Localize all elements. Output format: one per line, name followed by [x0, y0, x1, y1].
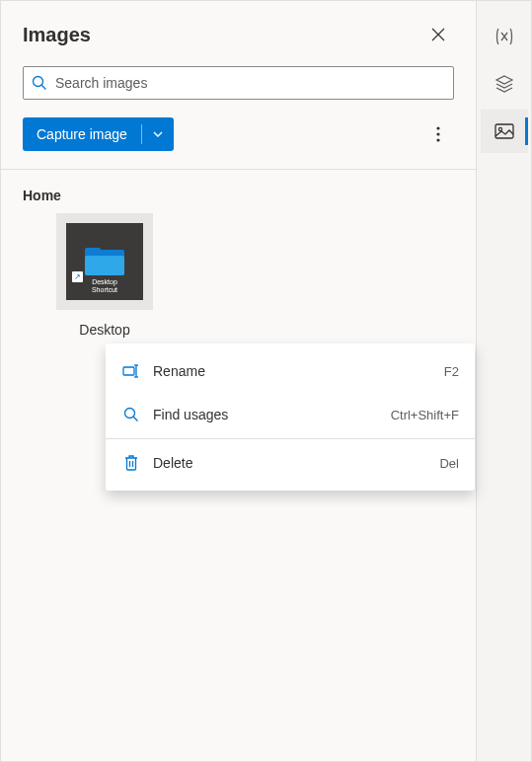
svg-line-1 [41, 85, 45, 89]
svg-point-4 [436, 138, 439, 141]
images-panel: Images Capture image Home [1, 1, 476, 761]
image-name: Desktop [79, 322, 129, 338]
capture-button-label: Capture image [23, 126, 141, 142]
search-input[interactable] [55, 75, 445, 91]
menu-item-rename[interactable]: Rename F2 [106, 349, 475, 393]
svg-point-2 [436, 126, 439, 129]
svg-point-0 [34, 77, 43, 87]
menu-label: Find usages [153, 407, 391, 422]
images-icon [494, 123, 514, 139]
svg-point-12 [498, 127, 501, 130]
search-box[interactable] [23, 66, 454, 100]
rename-icon [121, 364, 141, 378]
more-options-button[interactable] [422, 118, 454, 150]
capture-image-button[interactable]: Capture image [23, 117, 174, 151]
capture-dropdown-button[interactable] [142, 128, 174, 140]
panel-title: Images [23, 24, 91, 46]
chevron-down-icon [152, 128, 164, 140]
search-icon [32, 75, 47, 91]
search-row [1, 58, 476, 100]
side-rail [476, 1, 531, 761]
svg-line-10 [133, 417, 137, 420]
trash-icon [121, 455, 141, 471]
rail-item-variables[interactable] [481, 15, 528, 58]
menu-label: Delete [153, 455, 439, 471]
close-icon [431, 28, 445, 41]
folder-icon [85, 248, 124, 275]
menu-item-find-usages[interactable]: Find usages Ctrl+Shift+F [106, 393, 475, 436]
image-thumbnail[interactable]: ↗ Desktop Shortcut [56, 213, 153, 310]
svg-point-9 [125, 409, 135, 419]
folder-heading: Home [23, 188, 454, 203]
close-button[interactable] [422, 19, 454, 50]
menu-shortcut: F2 [444, 364, 459, 379]
thumbnail-inner-caption: Desktop Shortcut [66, 278, 143, 294]
thumbnail-preview: ↗ Desktop Shortcut [66, 223, 143, 300]
content-area: Home ↗ Desktop Shortcut Desktop [1, 170, 476, 355]
rail-item-images[interactable] [481, 110, 528, 153]
menu-shortcut: Ctrl+Shift+F [391, 408, 459, 422]
action-row: Capture image [1, 100, 476, 169]
svg-rect-5 [123, 367, 134, 375]
layers-icon [494, 75, 514, 93]
panel-header: Images [1, 1, 476, 58]
search-icon [121, 407, 141, 422]
menu-label: Rename [153, 363, 444, 379]
menu-shortcut: Del [439, 456, 459, 471]
variables-icon [494, 28, 514, 45]
svg-point-3 [436, 132, 439, 135]
image-item[interactable]: ↗ Desktop Shortcut Desktop [56, 213, 153, 338]
more-vertical-icon [436, 126, 440, 142]
menu-item-delete[interactable]: Delete Del [106, 441, 475, 485]
context-menu: Rename F2 Find usages Ctrl+Shift+F Delet… [106, 343, 475, 491]
rail-item-layers[interactable] [481, 62, 528, 106]
menu-divider [106, 438, 475, 439]
